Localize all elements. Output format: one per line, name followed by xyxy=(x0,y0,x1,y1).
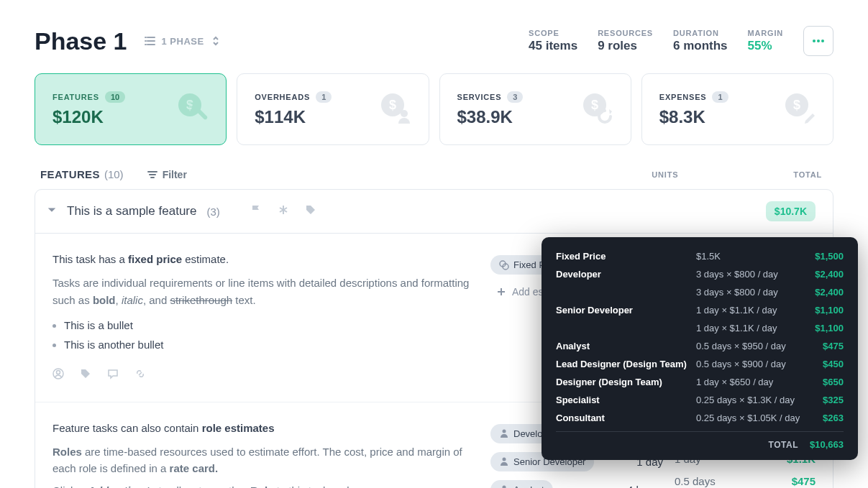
tooltip-total-label: TOTAL xyxy=(556,440,810,450)
svg-point-0 xyxy=(813,40,816,42)
person-icon xyxy=(499,456,509,466)
card-overheads[interactable]: OVERHEADS 1 $114K $ xyxy=(237,73,429,145)
fixed-price-icon xyxy=(499,260,509,270)
tooltip-role: Fixed Price xyxy=(556,251,696,262)
unit-value: 0.5 days xyxy=(675,470,754,489)
tooltip-row: Consultant0.25 days × $1.05K / day$263 xyxy=(556,409,844,427)
tooltip-row: Analyst0.5 days × $950 / day$475 xyxy=(556,337,844,355)
svg-point-17 xyxy=(503,458,506,461)
card-features[interactable]: FEATURES 10 $120K $ xyxy=(35,73,227,145)
list-item: This is another bullet xyxy=(64,335,479,354)
tooltip-calc: 0.5 days × $900 / day xyxy=(696,359,800,369)
metric-resources: RESOURCES 9 roles xyxy=(598,29,653,53)
page-header: Phase 1 1 PHASE SCOPE 45 items RESOURCES… xyxy=(35,0,833,73)
page-title: Phase 1 xyxy=(35,27,127,55)
tooltip-amount: $2,400 xyxy=(800,269,844,280)
task-title: Feature tasks can also contain role esti… xyxy=(52,420,479,436)
tooltip-amount: $1,500 xyxy=(800,251,844,262)
dots-horizontal-icon xyxy=(811,34,826,48)
tooltip-row: Fixed Price$1.5K$1,500 xyxy=(556,247,844,265)
tooltip-calc: 0.5 days × $950 / day xyxy=(696,341,800,351)
chevron-down-icon[interactable] xyxy=(47,205,57,218)
tooltip-role: Consultant xyxy=(556,413,696,423)
tooltip-calc: 0.25 days × $1.05K / day xyxy=(696,413,800,423)
dollar-refresh-icon: $ xyxy=(582,92,613,126)
svg-text:$: $ xyxy=(793,98,800,112)
task-title: This task has a fixed price estimate. xyxy=(52,251,479,267)
svg-point-16 xyxy=(503,430,506,433)
list-icon xyxy=(145,35,156,47)
metric-scope: SCOPE 45 items xyxy=(529,29,577,53)
tooltip-total-amount: $10,663 xyxy=(810,439,844,450)
feature-total-tooltip: Fixed Price$1.5K$1,500Developer3 days × … xyxy=(542,237,858,460)
section-title: FEATURES xyxy=(40,168,100,180)
tooltip-row: Senior Developer1 day × $1.1K / day$1,10… xyxy=(556,301,844,319)
metric-margin: MARGIN 55% xyxy=(748,29,783,53)
more-menu-button[interactable] xyxy=(803,26,833,56)
tooltip-row: 1 day × $1.1K / day$1,100 xyxy=(556,319,844,337)
tooltip-role: Specialist xyxy=(556,395,696,405)
feature-count: (3) xyxy=(206,206,219,218)
svg-point-18 xyxy=(503,486,506,489)
tooltip-amount: $2,400 xyxy=(800,287,844,298)
comment-icon[interactable] xyxy=(107,367,119,384)
tooltip-calc: 3 days × $800 / day xyxy=(696,269,800,280)
section-header: FEATURES (10) Filter UNITS TOTAL xyxy=(35,168,833,189)
tooltip-row: 3 days × $800 / day$2,400 xyxy=(556,283,844,301)
chevron-updown-icon xyxy=(210,35,221,47)
tooltip-role: Designer (Design Team) xyxy=(556,377,696,387)
tooltip-row: Designer (Design Team)1 day × $650 / day… xyxy=(556,373,844,391)
tooltip-amount: $650 xyxy=(800,377,844,387)
filter-button[interactable]: Filter xyxy=(147,169,187,180)
svg-point-7 xyxy=(401,110,408,117)
col-units: UNITS xyxy=(652,170,678,179)
svg-text:$: $ xyxy=(591,98,598,112)
asterisk-icon[interactable] xyxy=(278,204,289,218)
tooltip-calc: 1 day × $650 / day xyxy=(696,377,800,387)
filter-icon xyxy=(147,169,158,180)
tooltip-role: Senior Developer xyxy=(556,305,696,316)
tag-icon[interactable] xyxy=(305,204,316,218)
task-description: Roles are time-based resources used to e… xyxy=(52,443,479,488)
dollar-wrench-icon: $ xyxy=(177,92,209,126)
tooltip-calc: $1.5K xyxy=(696,251,800,262)
tooltip-row: Lead Designer (Design Team)0.5 days × $9… xyxy=(556,355,844,373)
col-total: TOTAL xyxy=(793,170,822,179)
tooltip-amount: $263 xyxy=(800,413,844,423)
assignee-icon[interactable] xyxy=(52,367,64,384)
flag-icon[interactable] xyxy=(250,204,262,218)
tooltip-calc: 1 day × $1.1K / day xyxy=(696,323,800,333)
svg-text:$: $ xyxy=(388,98,396,112)
tooltip-amount: $475 xyxy=(800,341,844,351)
card-expenses[interactable]: EXPENSES 1 $8.3K $ xyxy=(641,73,833,145)
tooltip-row: Developer3 days × $800 / day$2,400 xyxy=(556,265,844,283)
metric-duration: DURATION 6 months xyxy=(673,29,728,53)
person-icon xyxy=(499,484,509,488)
tag-icon[interactable] xyxy=(80,367,91,384)
phase-selector[interactable]: 1 PHASE xyxy=(145,35,221,47)
tooltip-amount: $1,100 xyxy=(800,323,844,333)
tooltip-amount: $450 xyxy=(800,359,844,369)
card-services[interactable]: SERVICES 3 $38.9K $ xyxy=(439,73,631,145)
feature-title: This is a sample feature xyxy=(67,204,196,218)
phase-selector-label: 1 PHASE xyxy=(162,36,204,47)
feature-header[interactable]: This is a sample feature (3) $10.7K xyxy=(35,190,833,234)
dollar-pencil-icon: $ xyxy=(784,92,816,126)
tooltip-row: Specialist0.25 days × $1.3K / day$325 xyxy=(556,391,844,409)
estimate-pill-role[interactable]: Analyst xyxy=(490,480,553,489)
task-description: Tasks are individual requirements or lin… xyxy=(52,275,479,354)
total-value: $475 xyxy=(765,470,816,489)
person-icon xyxy=(499,428,509,438)
tooltip-calc: 3 days × $800 / day xyxy=(696,287,800,298)
feature-total: $10.7K xyxy=(766,201,816,221)
list-item: This is a bullet xyxy=(64,316,479,335)
link-icon[interactable] xyxy=(134,367,146,384)
plus-icon xyxy=(496,287,506,297)
tooltip-role: Lead Designer (Design Team) xyxy=(556,359,696,369)
tooltip-amount: $1,100 xyxy=(800,305,844,316)
tooltip-calc: 1 day × $1.1K / day xyxy=(696,305,800,316)
svg-point-2 xyxy=(821,40,824,42)
svg-point-13 xyxy=(57,371,60,374)
tooltip-calc: 0.25 days × $1.3K / day xyxy=(696,395,800,405)
dollar-person-icon: $ xyxy=(380,92,411,126)
